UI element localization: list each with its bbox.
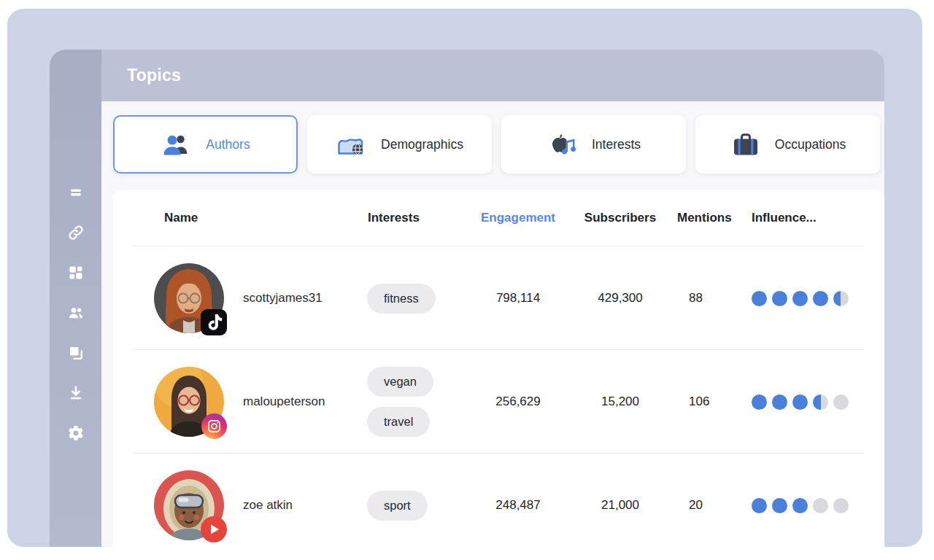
sidebar-item-menu[interactable]	[66, 183, 85, 202]
influence-rating	[752, 291, 884, 306]
layers-icon	[67, 344, 85, 362]
interests-apple-music-icon	[547, 131, 579, 158]
app-canvas: Topics Authors	[7, 9, 922, 547]
menu-icon	[67, 184, 85, 201]
sidebar-item-audience[interactable]	[66, 303, 85, 322]
influence-dot	[813, 394, 828, 410]
sidebar-item-export[interactable]	[66, 384, 85, 402]
authors-people-icon	[161, 131, 193, 158]
tab-interests[interactable]: Interests	[501, 115, 686, 174]
influence-dot	[792, 291, 808, 306]
authors-table: Name Interests Engagement Subscribers Me…	[113, 190, 884, 547]
influence-dot	[833, 291, 849, 306]
engagement-value: 798,114	[467, 291, 569, 306]
influence-dot	[752, 498, 767, 513]
demographics-chart-globe-icon	[336, 131, 368, 158]
dashboard-icon	[67, 264, 85, 281]
instagram-badge-icon	[201, 413, 227, 439]
author-name: zoe atkin	[243, 498, 293, 513]
engagement-value: 248,487	[467, 498, 569, 513]
sidebar-item-collections[interactable]	[66, 343, 85, 362]
influence-dot	[813, 291, 828, 306]
influence-dot	[772, 498, 787, 513]
youtube-badge-icon	[201, 516, 227, 542]
tab-bar: Authors Demographics	[113, 115, 880, 174]
influence-dot	[833, 394, 849, 410]
sidebar	[50, 50, 101, 547]
influence-dot	[792, 394, 808, 410]
tab-label: Interests	[592, 137, 641, 152]
table-row[interactable]: maloupeterson vegan travel 256,629 15,20…	[113, 350, 884, 454]
download-icon	[67, 384, 85, 402]
engagement-value: 256,629	[467, 394, 569, 409]
tab-label: Occupations	[775, 137, 846, 152]
tab-label: Authors	[206, 137, 250, 152]
mentions-value: 20	[671, 498, 744, 513]
sidebar-item-links[interactable]	[66, 223, 85, 242]
content-area: Authors Demographics	[101, 101, 884, 547]
influence-dot	[772, 291, 787, 306]
table-header-row: Name Interests Engagement Subscribers Me…	[113, 190, 884, 246]
column-header-interests[interactable]: Interests	[358, 211, 467, 225]
tab-demographics[interactable]: Demographics	[307, 115, 492, 174]
influence-dot	[813, 498, 828, 513]
mentions-value: 106	[671, 394, 744, 409]
influence-rating	[752, 498, 884, 513]
avatar	[154, 263, 224, 333]
settings-gear-icon	[67, 424, 85, 442]
influence-dot	[833, 498, 849, 513]
influence-dot	[752, 291, 767, 306]
mentions-value: 88	[671, 291, 744, 306]
interest-tag: fitness	[367, 284, 436, 314]
occupations-briefcase-icon	[730, 131, 762, 158]
interest-tag: vegan	[367, 367, 433, 397]
tiktok-badge-icon	[201, 309, 227, 335]
tab-occupations[interactable]: Occupations	[695, 115, 880, 174]
column-header-mentions[interactable]: Mentions	[671, 211, 744, 225]
author-name: scottyjames31	[243, 291, 323, 306]
subscribers-value: 21,000	[569, 498, 671, 513]
table-row[interactable]: zoe atkin sport 248,487 21,000 20	[113, 454, 884, 547]
sidebar-item-settings[interactable]	[66, 424, 85, 443]
influence-dot	[792, 498, 808, 513]
column-header-engagement[interactable]: Engagement	[467, 211, 569, 225]
author-name: maloupeterson	[243, 394, 325, 409]
tab-authors[interactable]: Authors	[113, 115, 298, 174]
sidebar-item-dashboard[interactable]	[66, 263, 85, 282]
avatar	[154, 367, 224, 437]
table-row[interactable]: scottyjames31 fitness 798,114 429,300 88	[113, 246, 884, 350]
column-header-name[interactable]: Name	[113, 211, 358, 225]
app-window: Topics Authors	[50, 50, 884, 547]
people-icon	[67, 304, 85, 322]
influence-dot	[752, 394, 767, 410]
interest-tag: sport	[367, 491, 428, 521]
page-title: Topics	[127, 66, 181, 85]
avatar	[154, 470, 224, 540]
interest-tag: travel	[367, 407, 430, 437]
influence-rating	[752, 394, 884, 410]
subscribers-value: 15,200	[569, 394, 671, 409]
influence-dot	[772, 394, 787, 410]
column-header-subscribers[interactable]: Subscribers	[569, 211, 671, 225]
window-header: Topics	[101, 50, 884, 101]
tab-label: Demographics	[381, 137, 463, 152]
link-icon	[67, 224, 85, 241]
column-header-influence[interactable]: Influence...	[744, 211, 884, 225]
subscribers-value: 429,300	[569, 291, 671, 306]
